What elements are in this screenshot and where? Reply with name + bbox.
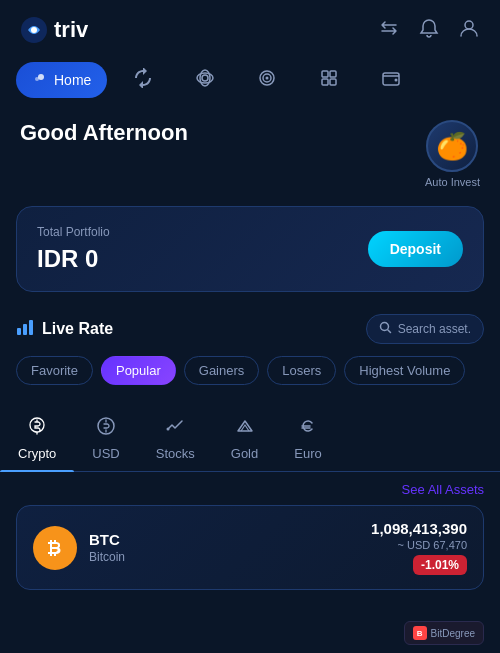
svg-rect-18 — [23, 324, 27, 335]
home-tab-label: Home — [54, 72, 91, 88]
asset-tab-gold[interactable]: Gold — [213, 407, 276, 471]
notification-icon[interactable] — [418, 17, 440, 44]
nav-tabs: Home — [0, 54, 500, 106]
nav-tab-grid[interactable] — [303, 60, 355, 100]
nav-tab-home[interactable]: Home — [16, 62, 107, 98]
asset-tab-euro-label: Euro — [294, 446, 321, 461]
live-rate-section: Live Rate Search asset. Favorite Popular… — [0, 300, 500, 397]
header: triv — [0, 0, 500, 54]
nav-tab-target[interactable] — [241, 60, 293, 100]
svg-rect-14 — [330, 79, 336, 85]
asset-tab-crypto[interactable]: Crypto — [0, 407, 74, 471]
home-tab-icon — [32, 70, 48, 90]
filter-highest-volume[interactable]: Highest Volume — [344, 356, 465, 385]
asset-tab-gold-label: Gold — [231, 446, 258, 461]
btc-logo — [33, 526, 77, 570]
filter-losers[interactable]: Losers — [267, 356, 336, 385]
btc-price: 1,098,413,390 — [371, 520, 467, 537]
market-nav-icon — [195, 68, 215, 92]
live-rate-text: Live Rate — [42, 320, 113, 338]
svg-rect-12 — [330, 71, 336, 77]
wallet-nav-icon — [381, 68, 401, 92]
nav-tab-crypto[interactable] — [117, 60, 169, 100]
greeting-section: Good Afternoon 🍊 Auto Invest — [0, 106, 500, 198]
svg-point-4 — [35, 77, 39, 81]
bitdegree-label: BitDegree — [431, 628, 475, 639]
portfolio-info: Total Portfolio IDR 0 — [37, 225, 110, 273]
logo: triv — [20, 16, 88, 44]
svg-point-2 — [465, 21, 473, 29]
portfolio-card: Total Portfolio IDR 0 Deposit — [16, 206, 484, 292]
svg-rect-11 — [322, 71, 328, 77]
live-rate-title: Live Rate — [16, 318, 113, 341]
logo-icon — [20, 16, 48, 44]
search-box[interactable]: Search asset. — [366, 314, 484, 344]
bar-chart-icon — [16, 318, 34, 341]
asset-tab-stocks-label: Stocks — [156, 446, 195, 461]
asset-tab-euro[interactable]: Euro — [276, 407, 339, 471]
live-rate-header: Live Rate Search asset. — [16, 314, 484, 344]
svg-point-1 — [31, 27, 37, 33]
transfer-icon[interactable] — [378, 17, 400, 44]
portfolio-value: IDR 0 — [37, 245, 110, 273]
svg-point-16 — [395, 79, 398, 82]
auto-invest-button[interactable]: 🍊 Auto Invest — [425, 120, 480, 188]
bitdegree-badge: B BitDegree — [404, 621, 484, 645]
usd-tab-icon — [95, 415, 117, 442]
greeting-text: Good Afternoon — [20, 120, 188, 146]
asset-right-btc: 1,098,413,390 ~ USD 67,470 -1.01% — [371, 520, 467, 575]
asset-tab-stocks[interactable]: Stocks — [138, 407, 213, 471]
asset-tabs: Crypto USD Stocks Gold — [0, 397, 500, 472]
asset-list: BTC Bitcoin 1,098,413,390 ~ USD 67,470 -… — [0, 505, 500, 590]
svg-point-10 — [266, 77, 269, 80]
target-nav-icon — [257, 68, 277, 92]
asset-tab-usd[interactable]: USD — [74, 407, 137, 471]
svg-point-20 — [380, 323, 388, 331]
filter-popular[interactable]: Popular — [101, 356, 176, 385]
nav-tab-market[interactable] — [179, 60, 231, 100]
logo-text: triv — [54, 17, 88, 43]
svg-point-22 — [167, 428, 170, 431]
asset-tab-usd-label: USD — [92, 446, 119, 461]
crypto-nav-icon — [133, 68, 153, 92]
btc-name: Bitcoin — [89, 550, 125, 564]
filter-favorite[interactable]: Favorite — [16, 356, 93, 385]
auto-invest-label: Auto Invest — [425, 176, 480, 188]
header-icons — [378, 17, 480, 44]
svg-rect-13 — [322, 79, 328, 85]
asset-tab-crypto-label: Crypto — [18, 446, 56, 461]
filter-gainers[interactable]: Gainers — [184, 356, 260, 385]
bitdegree-icon: B — [413, 626, 427, 640]
filter-chips: Favorite Popular Gainers Losers Highest … — [16, 356, 484, 389]
euro-tab-icon — [297, 415, 319, 442]
profile-icon[interactable] — [458, 17, 480, 44]
crypto-tab-icon — [26, 415, 48, 442]
grid-nav-icon — [319, 68, 339, 92]
btc-symbol: BTC — [89, 531, 125, 548]
portfolio-label: Total Portfolio — [37, 225, 110, 239]
search-icon — [379, 321, 392, 337]
nav-tab-wallet[interactable] — [365, 60, 417, 100]
see-all-link[interactable]: See All Assets — [402, 482, 484, 497]
asset-row-btc[interactable]: BTC Bitcoin 1,098,413,390 ~ USD 67,470 -… — [16, 505, 484, 590]
see-all-row: See All Assets — [0, 472, 500, 505]
svg-rect-17 — [17, 328, 21, 335]
auto-invest-icon: 🍊 — [426, 120, 478, 172]
deposit-button[interactable]: Deposit — [368, 231, 463, 267]
gold-tab-icon — [234, 415, 256, 442]
stocks-tab-icon — [164, 415, 186, 442]
svg-point-7 — [202, 75, 208, 81]
svg-rect-19 — [29, 320, 33, 335]
search-placeholder: Search asset. — [398, 322, 471, 336]
btc-change: -1.01% — [413, 555, 467, 575]
btc-info: BTC Bitcoin — [89, 531, 125, 564]
asset-left-btc: BTC Bitcoin — [33, 526, 125, 570]
btc-usd: ~ USD 67,470 — [371, 539, 467, 551]
